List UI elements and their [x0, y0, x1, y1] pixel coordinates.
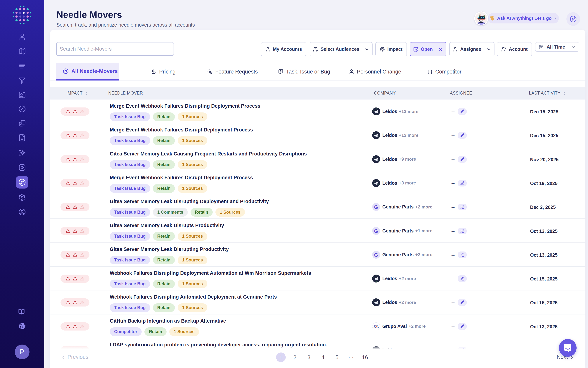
svg-text:G: G: [374, 228, 378, 234]
svg-text:G: G: [374, 204, 378, 210]
svg-text:G: G: [374, 252, 378, 258]
svg-text:AVAL: AVAL: [374, 326, 379, 328]
